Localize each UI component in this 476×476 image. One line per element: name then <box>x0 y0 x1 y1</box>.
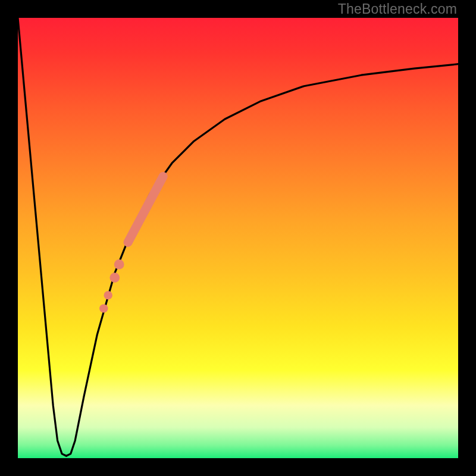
highlight-dot <box>104 291 112 299</box>
chart-frame: TheBottleneck.com <box>0 0 476 476</box>
bottleneck-curve <box>18 18 458 456</box>
highlight-segment <box>128 176 163 242</box>
plot-area <box>18 18 458 458</box>
highlight-dot <box>109 273 120 283</box>
highlight-dot <box>99 304 108 312</box>
highlight-dot <box>114 259 124 270</box>
highlight-markers <box>99 176 163 312</box>
curve-layer <box>18 18 458 458</box>
watermark-text: TheBottleneck.com <box>338 1 457 17</box>
